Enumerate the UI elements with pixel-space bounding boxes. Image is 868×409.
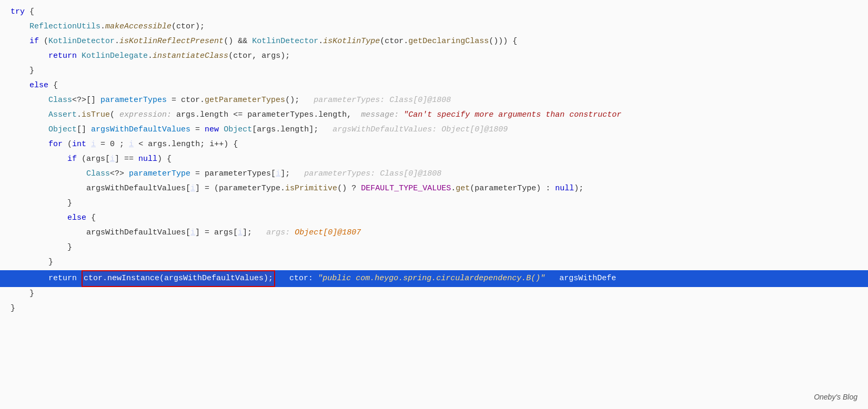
code-line-13: argsWithDefaultValues[i] = (parameterTyp…	[0, 182, 868, 197]
code-line-14: }	[0, 197, 868, 211]
code-line-17: }	[0, 241, 868, 255]
keyword-if: if	[29, 35, 39, 48]
code-line-9: Object[] argsWithDefaultValues = new Obj…	[0, 123, 868, 138]
code-line-3: if (KotlinDetector.isKotlinReflectPresen…	[0, 35, 868, 49]
code-line-10: for (int i = 0 ; i < args.length; i++) {	[0, 138, 868, 152]
keyword-return-2: return	[48, 272, 77, 285]
code-line-8: Assert.isTrue( expression: args.length <…	[0, 108, 868, 123]
code-line-21: }	[0, 302, 868, 316]
code-line-5: }	[0, 64, 868, 79]
method-makeaccessible: makeAccessible	[105, 20, 171, 34]
class-reflectionutils: ReflectionUtils	[29, 20, 100, 34]
code-line-18: }	[0, 255, 868, 270]
code-line-12: Class<?> parameterType = parameterTypes[…	[0, 167, 868, 182]
code-line-1: try {	[0, 5, 868, 20]
code-line-19: return ctor.newInstance(argsWithDefaultV…	[0, 270, 868, 287]
keyword-try: try	[11, 5, 25, 19]
code-editor: try { ReflectionUtils.makeAccessible(cto…	[0, 0, 868, 409]
keyword-else-1: else	[29, 79, 48, 93]
hint-ctor-value: "public com.heygo.spring.circulardepende…	[318, 272, 545, 285]
keyword-if-2: if	[67, 152, 77, 166]
keyword-for: for	[48, 138, 63, 151]
class-kotlindetector: KotlinDetector	[48, 35, 115, 48]
code-line-4: return KotlinDelegate.instantiateClass(c…	[0, 49, 868, 64]
code-line-2: ReflectionUtils.makeAccessible(ctor);	[0, 20, 868, 35]
watermark: Oneby's Blog	[814, 391, 857, 403]
code-line-11: if (args[i] == null) {	[0, 152, 868, 167]
highlighted-expression: ctor.newInstance(argsWithDefaultValues);	[82, 270, 275, 287]
code-line-6: else {	[0, 79, 868, 94]
code-line-15: else {	[0, 211, 868, 226]
code-line-20: }	[0, 287, 868, 302]
keyword-else-2: else	[67, 211, 86, 225]
keyword-return-1: return	[48, 49, 77, 63]
code-line-7: Class<?>[] parameterTypes = ctor.getPara…	[0, 94, 868, 108]
code-line-16: argsWithDefaultValues[i] = args[i]; args…	[0, 226, 868, 241]
